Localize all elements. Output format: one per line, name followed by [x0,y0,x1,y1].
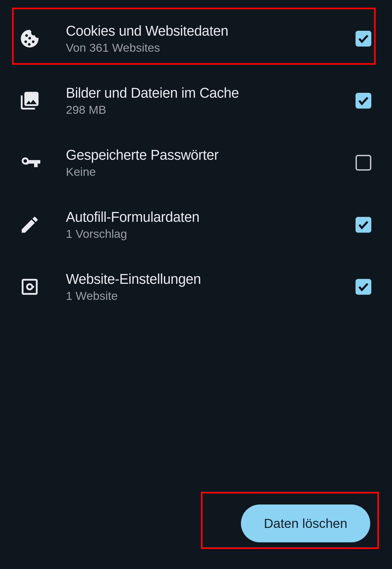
item-title: Cookies und Websitedaten [66,23,353,39]
item-title: Gespeicherte Passwörter [66,147,353,163]
item-title: Website-Einstellungen [66,271,353,287]
item-subtitle: 1 Vorschlag [66,227,353,241]
checkbox-passwords[interactable] [356,155,371,171]
key-icon [14,152,66,173]
pencil-icon [14,214,66,235]
item-site-settings[interactable]: Website-Einstellungen 1 Website [0,256,392,318]
item-title: Autofill-Formulardaten [66,209,353,225]
item-autofill[interactable]: Autofill-Formulardaten 1 Vorschlag [0,194,392,256]
checkbox-cache[interactable] [356,93,371,109]
cookie-icon [14,28,66,49]
checkbox-autofill[interactable] [356,217,371,233]
settings-page-icon [14,276,66,297]
item-subtitle: Von 361 Websites [66,41,353,54]
checkbox-site-settings[interactable] [356,279,371,295]
item-title: Bilder und Dateien im Cache [66,85,353,101]
item-subtitle: 298 MB [66,103,353,116]
settings-list: Cookies und Websitedaten Von 361 Website… [0,0,392,318]
item-subtitle: 1 Website [66,289,353,303]
checkbox-cookies[interactable] [356,31,371,47]
image-stack-icon [14,90,66,111]
item-passwords[interactable]: Gespeicherte Passwörter Keine [0,132,392,194]
item-subtitle: Keine [66,165,353,179]
item-cache[interactable]: Bilder und Dateien im Cache 298 MB [0,70,392,132]
clear-data-button[interactable]: Daten löschen [241,505,370,542]
item-cookies[interactable]: Cookies und Websitedaten Von 361 Website… [0,8,392,70]
